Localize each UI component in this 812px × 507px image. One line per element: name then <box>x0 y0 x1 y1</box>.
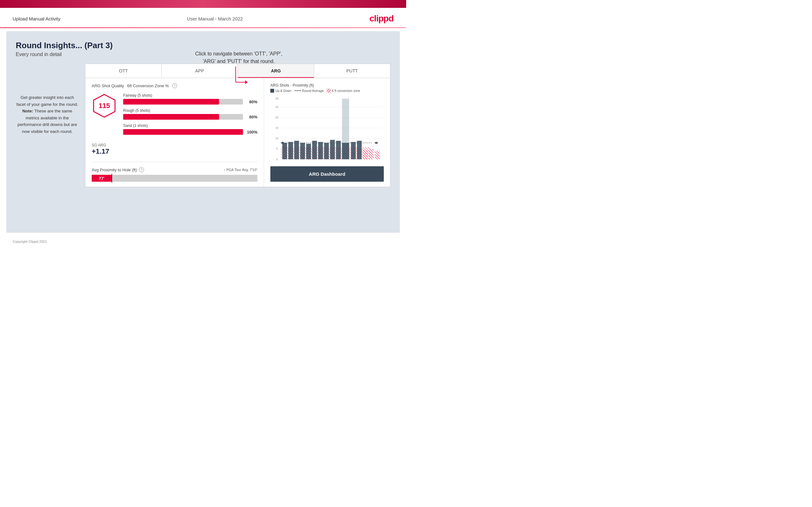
svg-text:10: 10 <box>275 137 278 140</box>
bar-track-fairway: 80% <box>123 99 257 105</box>
bar-label-rough: Rough (5 shots) <box>123 108 257 113</box>
sg-arg-section: SG ARG +1.17 <box>92 143 257 156</box>
clippd-logo: clippd <box>370 13 394 23</box>
bar-fill-fairway <box>123 99 219 105</box>
bar-track-sand: 100% <box>123 129 257 135</box>
nav-hint: Click to navigate between 'OTT', 'APP', … <box>195 50 282 92</box>
manual-title: User Manual - March 2022 <box>187 16 243 21</box>
right-panel: ARG Shots - Proximity (ft) Up & Down Rou… <box>264 78 390 187</box>
svg-rect-39 <box>375 151 380 159</box>
header: Upload Manual Activity User Manual - Mar… <box>0 8 406 27</box>
svg-rect-23 <box>282 143 287 159</box>
svg-text:20: 20 <box>275 116 278 119</box>
bar-label-fairway: Fairway (5 shots) <box>123 93 257 98</box>
main-content: Round Insights... (Part 3) Every round i… <box>6 31 400 233</box>
proximity-label: Avg Proximity to Hole (ft) ? <box>92 167 144 172</box>
svg-rect-26 <box>300 143 305 159</box>
copyright: Copyright Clippd 2021 <box>0 236 406 247</box>
svg-rect-29 <box>318 142 323 159</box>
page-title: Round Insights... (Part 3) <box>16 41 391 50</box>
bar-pct-fairway: 80% <box>246 100 257 104</box>
left-description: Get greater insight into each facet of y… <box>16 94 79 135</box>
svg-rect-32 <box>336 141 341 159</box>
hex-score-shape: 115 <box>92 93 117 118</box>
bar-track-rough: 80% <box>123 114 257 120</box>
bar-pct-sand: 100% <box>246 130 257 134</box>
svg-rect-35 <box>351 142 356 159</box>
top-bar <box>0 0 406 8</box>
card-body: ARG Shot Quality 6ft Conversion Zone % ?… <box>85 78 390 187</box>
arg-shot-quality-label: ARG Shot Quality <box>92 83 124 88</box>
bar-fill-sand <box>123 129 243 135</box>
upload-manual-activity-link[interactable]: Upload Manual Activity <box>13 16 60 21</box>
tab-ott[interactable]: OTT <box>85 64 162 78</box>
legend-label-round-avg: Round Average <box>302 89 324 93</box>
svg-text:5: 5 <box>276 147 277 150</box>
bar-bg-sand <box>123 129 243 135</box>
nav-hint-arrow <box>230 66 248 92</box>
arg-dashboard-button[interactable]: ARG Dashboard <box>270 166 384 182</box>
bar-pct-rough: 80% <box>246 115 257 119</box>
svg-marker-2 <box>245 80 248 84</box>
proximity-header: Avg Proximity to Hole (ft) ? ↑ PGA Tour … <box>92 167 257 172</box>
bar-fill-rough <box>123 114 219 120</box>
legend-hatch-6ft <box>327 89 331 93</box>
proximity-bar-fill: 77' <box>92 175 111 182</box>
proximity-section: Avg Proximity to Hole (ft) ? ↑ PGA Tour … <box>92 162 257 182</box>
legend-round-avg: Round Average <box>295 89 324 93</box>
svg-rect-34 <box>342 143 349 159</box>
svg-rect-28 <box>312 141 317 159</box>
svg-rect-27 <box>306 144 311 159</box>
proximity-help-icon[interactable]: ? <box>139 167 144 172</box>
bar-row-sand: Sand (1 shots) 100% <box>123 123 257 135</box>
svg-rect-24 <box>288 142 293 159</box>
bar-bg-rough <box>123 114 243 120</box>
chart-header: ARG Shots - Proximity (ft) Up & Down Rou… <box>270 83 384 93</box>
bar-row-fairway: Fairway (5 shots) 80% <box>123 93 257 105</box>
svg-rect-31 <box>330 140 335 159</box>
svg-rect-25 <box>294 141 299 159</box>
top-bar-accent <box>0 0 406 8</box>
svg-rect-37 <box>363 150 368 159</box>
sg-arg-value: +1.17 <box>92 148 257 156</box>
bar-bg-fairway <box>123 99 243 105</box>
sg-arg-label: SG ARG <box>92 143 257 148</box>
svg-marker-20 <box>374 142 377 144</box>
svg-rect-38 <box>369 149 374 159</box>
hex-score-value: 115 <box>99 102 110 110</box>
proximity-value: 77' <box>99 176 105 181</box>
help-icon[interactable]: ? <box>172 83 177 88</box>
legend-6ft-zone: 6 ft conversion zone <box>327 89 360 93</box>
proximity-tour-avg: ↑ PGA Tour Avg: 7'10" <box>224 168 257 172</box>
hex-container: 115 Fairway (5 shots) 80% <box>92 93 257 138</box>
bar-row-rough: Rough (5 shots) 80% <box>123 108 257 120</box>
bar-label-sand: Sand (1 shots) <box>123 123 257 128</box>
svg-text:30: 30 <box>275 97 278 100</box>
conversion-zone-label: 6ft Conversion Zone % <box>127 83 169 88</box>
chart-legend: Up & Down Round Average 6 ft conversion … <box>270 89 360 93</box>
svg-text:0: 0 <box>276 158 277 161</box>
legend-label-6ft: 6 ft conversion zone <box>332 89 360 93</box>
arg-proximity-chart: 0 5 10 15 20 25 30 <box>270 96 384 163</box>
svg-rect-30 <box>324 143 329 159</box>
header-divider <box>0 27 406 28</box>
legend-dashed-round-avg <box>295 91 301 91</box>
chart-area: 0 5 10 15 20 25 30 <box>270 96 384 163</box>
proximity-bar-bg: 77' <box>92 175 257 182</box>
svg-rect-36 <box>357 141 362 159</box>
proximity-cursor <box>111 174 112 183</box>
svg-text:15: 15 <box>275 126 278 129</box>
bars-section: Fairway (5 shots) 80% Rough (5 shots) <box>123 93 257 138</box>
svg-text:25: 25 <box>275 106 278 109</box>
left-panel: ARG Shot Quality 6ft Conversion Zone % ?… <box>85 78 264 187</box>
tab-putt[interactable]: PUTT <box>314 64 390 78</box>
